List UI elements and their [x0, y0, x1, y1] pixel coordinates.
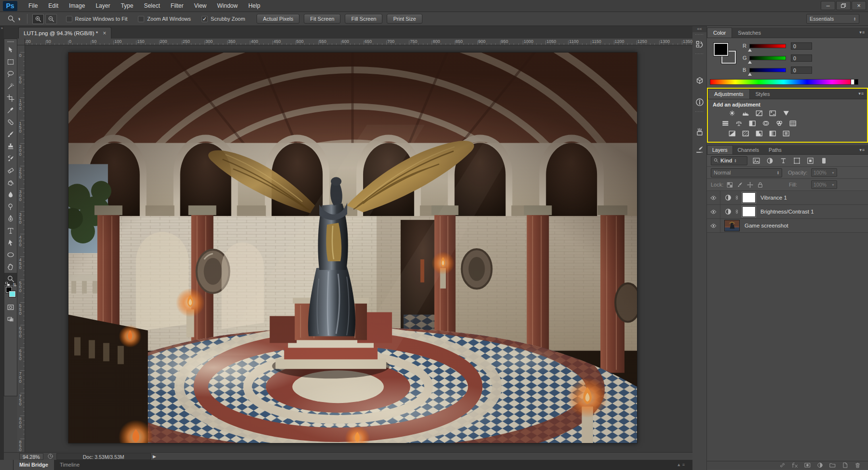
pen-tool[interactable] — [4, 213, 17, 225]
eraser-tool[interactable] — [4, 164, 17, 176]
channel-value-field[interactable]: 0 — [791, 67, 812, 74]
panel-grip[interactable] — [695, 34, 704, 36]
menu-layer[interactable]: Layer — [90, 0, 115, 11]
marquee-tool[interactable] — [4, 56, 17, 68]
panel-grip[interactable] — [695, 111, 704, 113]
history-icon[interactable] — [694, 39, 705, 50]
brush-tool[interactable] — [4, 128, 17, 140]
zoom-in-button[interactable] — [32, 14, 44, 24]
panel-grip[interactable] — [7, 40, 14, 43]
dodge-tool[interactable] — [4, 201, 17, 213]
channel-slider[interactable] — [749, 68, 786, 72]
fx-icon[interactable] — [791, 462, 799, 469]
actual-pixels-button[interactable]: Actual Pixels — [257, 14, 299, 24]
menu-select[interactable]: Select — [138, 0, 165, 11]
status-options-arrow[interactable]: ▶ — [153, 454, 156, 459]
horizontal-ruler[interactable]: 1005005010015020025030035040045050055060… — [25, 39, 692, 45]
menu-help[interactable]: Help — [243, 0, 266, 11]
filter-type-layers-icon[interactable] — [779, 157, 788, 165]
layer-mask-thumbnail[interactable] — [742, 192, 756, 203]
mask-link-icon[interactable] — [734, 193, 739, 202]
menu-view[interactable]: View — [189, 0, 212, 11]
paint-bucket-tool[interactable] — [4, 176, 17, 188]
hue-saturation-adjustment-icon[interactable] — [720, 120, 731, 129]
opacity-dropdown[interactable]: 100%▼ — [811, 168, 837, 177]
color-balance-adjustment-icon[interactable] — [734, 120, 745, 129]
healing-brush-tool[interactable] — [4, 116, 17, 128]
zoom-level-field[interactable]: 94.28% — [19, 453, 43, 460]
photo-filter-adjustment-icon[interactable] — [761, 120, 772, 129]
brightness-contrast-adjustment-icon[interactable] — [727, 110, 738, 119]
foreground-color-well[interactable] — [714, 43, 728, 56]
exposure-adjustment-icon[interactable] — [768, 110, 778, 119]
menu-filter[interactable]: Filter — [165, 0, 189, 11]
menu-image[interactable]: Image — [64, 0, 90, 11]
layer-row[interactable]: Brightness/Contrast 1 — [707, 205, 868, 219]
menu-type[interactable]: Type — [115, 0, 138, 11]
move-tool[interactable] — [4, 44, 17, 56]
spectrum-black-swatch[interactable] — [854, 79, 858, 85]
doc-size-field[interactable]: Doc: 3.53M/3.53M — [56, 453, 151, 460]
swap-colors-icon[interactable]: ⇅ — [13, 282, 16, 287]
menu-window[interactable]: Window — [212, 0, 243, 11]
group-icon[interactable] — [829, 462, 836, 469]
blend-mode-dropdown[interactable]: Normal ▲▼ — [711, 168, 782, 177]
properties-icon[interactable] — [694, 76, 705, 86]
layer-thumbnail[interactable] — [724, 220, 740, 231]
panel-menu-icon[interactable]: ▾≡ — [858, 91, 864, 96]
background-color-swatch[interactable] — [9, 291, 15, 297]
screen-mode-button[interactable] — [4, 313, 17, 325]
spectrum-white-swatch[interactable] — [851, 79, 854, 85]
checkbox-box[interactable] — [66, 16, 72, 22]
chain-icon[interactable] — [779, 462, 786, 469]
hand-tool[interactable] — [4, 261, 17, 273]
layers-tab-layers[interactable]: Layers — [707, 145, 733, 154]
layer-row[interactable]: Game screenshot — [707, 219, 868, 233]
lock-pixels-icon[interactable] — [736, 181, 744, 188]
brush-settings-icon[interactable] — [694, 144, 705, 155]
filter-smart-objects-icon[interactable] — [806, 157, 815, 165]
canvas-area[interactable] — [25, 45, 692, 452]
levels-adjustment-icon[interactable] — [741, 110, 751, 119]
adjustment-icon[interactable] — [816, 462, 824, 469]
channel-value-field[interactable]: 0 — [791, 42, 812, 50]
zoom-out-button[interactable] — [45, 14, 57, 24]
panel-grip-icon[interactable]: ▲ ≡ — [677, 462, 685, 467]
brush-presets-icon[interactable] — [694, 127, 705, 137]
slider-thumb-icon[interactable] — [748, 61, 752, 64]
channel-value-field[interactable]: 0 — [791, 54, 812, 62]
collapse-panels-icon[interactable]: «« — [692, 26, 706, 32]
layers-tab-paths[interactable]: Paths — [764, 146, 787, 154]
vibrance-adjustment-icon[interactable] — [781, 110, 792, 119]
mask-icon[interactable] — [804, 462, 811, 469]
channel-mixer-adjustment-icon[interactable] — [774, 120, 785, 129]
lock-transparent-icon[interactable] — [726, 181, 733, 188]
crop-tool[interactable] — [4, 92, 17, 104]
magic-wand-tool[interactable] — [4, 80, 17, 92]
channel-slider[interactable] — [749, 44, 786, 48]
threshold-adjustment-icon[interactable] — [754, 130, 765, 139]
default-colors-icon[interactable] — [5, 282, 10, 286]
checkbox-box[interactable]: ✓ — [202, 16, 208, 22]
checkbox-resize-windows-to-fit[interactable]: Resize Windows to Fit — [66, 16, 128, 22]
slider-thumb-icon[interactable] — [748, 49, 752, 52]
color-spectrum-ramp[interactable] — [710, 79, 857, 85]
restore-button[interactable] — [836, 1, 851, 10]
invert-adjustment-icon[interactable] — [727, 130, 738, 139]
layer-visibility-toggle[interactable] — [707, 191, 720, 204]
posterize-adjustment-icon[interactable] — [741, 130, 751, 139]
layers-tab-channels[interactable]: Channels — [733, 146, 764, 154]
new-layer-icon[interactable] — [841, 462, 849, 469]
menu-file[interactable]: File — [23, 0, 43, 11]
info-icon[interactable] — [694, 97, 705, 107]
history-brush-tool[interactable] — [4, 152, 17, 164]
panel-menu-icon[interactable]: ▾≡ — [859, 30, 865, 35]
blur-tool[interactable] — [4, 188, 17, 201]
slider-thumb-icon[interactable] — [748, 73, 752, 76]
bottom-tab-timeline[interactable]: Timeline — [54, 460, 85, 470]
close-button[interactable]: × — [852, 1, 866, 10]
selective-color-adjustment-icon[interactable] — [781, 130, 792, 139]
channel-slider[interactable] — [749, 56, 786, 60]
lock-position-icon[interactable] — [746, 181, 754, 188]
minimize-button[interactable]: – — [821, 1, 835, 10]
